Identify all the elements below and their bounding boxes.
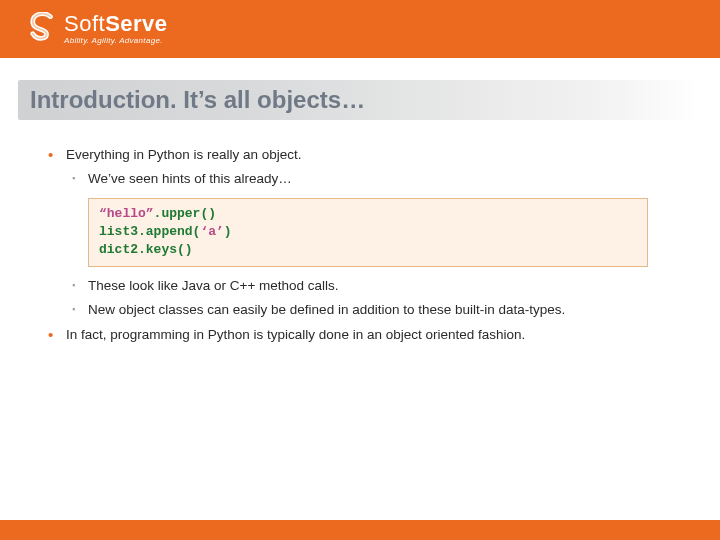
code-text: dict2.keys() — [99, 242, 193, 257]
code-block: “hello”.upper() list3.append(‘a’) dict2.… — [88, 198, 648, 267]
logo-name-b: Serve — [105, 11, 167, 36]
list-item: We’ve seen hints of this already… — [66, 170, 680, 188]
code-text: list3.append( — [99, 224, 200, 239]
code-text: .upper() — [154, 206, 216, 221]
header-bar: SoftServe Ability. Agility. Advantage. — [0, 0, 720, 58]
sub-list: We’ve seen hints of this already… — [66, 170, 680, 188]
logo: SoftServe Ability. Agility. Advantage. — [26, 12, 168, 46]
code-string: “hello” — [99, 206, 154, 221]
code-line: list3.append(‘a’) — [99, 223, 637, 241]
logo-name: SoftServe — [64, 13, 168, 35]
code-text: ) — [224, 224, 232, 239]
sub-list: These look like Java or C++ method calls… — [66, 277, 680, 319]
bullet-list: Everything in Python is really an object… — [44, 146, 680, 344]
title-band: Introduction. It’s all objects… — [18, 80, 702, 120]
slide: SoftServe Ability. Agility. Advantage. I… — [0, 0, 720, 540]
content-area: Everything in Python is really an object… — [0, 120, 720, 344]
bullet-text: In fact, programming in Python is typica… — [66, 327, 525, 342]
list-item: New object classes can easily be defined… — [66, 301, 680, 319]
bullet-text: Everything in Python is really an object… — [66, 147, 302, 162]
logo-s-icon — [26, 12, 58, 46]
list-item: In fact, programming in Python is typica… — [44, 326, 680, 344]
logo-tagline: Ability. Agility. Advantage. — [64, 37, 168, 45]
footer-bar — [0, 520, 720, 540]
list-item: Everything in Python is really an object… — [44, 146, 680, 320]
code-string: ‘a’ — [200, 224, 223, 239]
logo-name-a: Soft — [64, 11, 105, 36]
code-line: dict2.keys() — [99, 241, 637, 259]
code-line: “hello”.upper() — [99, 205, 637, 223]
logo-text: SoftServe Ability. Agility. Advantage. — [64, 13, 168, 45]
bullet-text: These look like Java or C++ method calls… — [88, 278, 339, 293]
bullet-text: New object classes can easily be defined… — [88, 302, 565, 317]
list-item: These look like Java or C++ method calls… — [66, 277, 680, 295]
bullet-text: We’ve seen hints of this already… — [88, 171, 292, 186]
page-title: Introduction. It’s all objects… — [30, 86, 690, 114]
